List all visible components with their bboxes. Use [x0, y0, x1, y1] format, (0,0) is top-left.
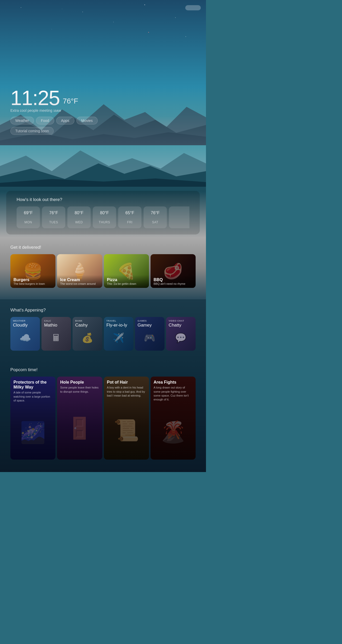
pill-movies[interactable]: Movies — [76, 117, 98, 124]
pill-weather[interactable]: Weather — [10, 117, 34, 124]
weather-card[interactable]: 76°F SAT — [144, 206, 167, 228]
app-card-cloudly[interactable]: WEATHER Cloudly ☁️ — [10, 317, 40, 351]
weather-card[interactable] — [169, 206, 189, 228]
movie-cards-container: Protectors of the Milky Way A tale of so… — [10, 377, 196, 460]
weather-card[interactable]: 65°F FRI — [118, 206, 141, 228]
tutorial-pill[interactable]: Tutorial coming soon — [10, 127, 54, 135]
app-card-cashy[interactable]: BANK Cashy 💰 — [73, 317, 102, 351]
weather-cards-container: 69°F MON 76°F TUES 80°F WED 80°F THURS 6… — [17, 206, 189, 228]
food-card-bbq[interactable]: 🥩 BBQ BBQ ain't need no rhyme — [151, 254, 196, 288]
mountain-svg — [0, 94, 206, 145]
event-display: Extra cool people meeting 10AM — [10, 108, 196, 113]
weather-card[interactable]: 76°F TUES — [42, 206, 65, 228]
food-section-title: Get it delivered! — [10, 245, 196, 250]
movie-card-milkyway[interactable]: Protectors of the Milky Way A tale of so… — [10, 377, 55, 460]
app-card-flyer[interactable]: TRAVEL Fly-er-io-ly ✈️ — [104, 317, 133, 351]
mountain-mid-svg — [0, 145, 206, 187]
filter-pills: Weather Food Apps Movies — [10, 117, 196, 124]
movie-card-hole[interactable]: Hole People Some people leave their hole… — [57, 377, 102, 460]
food-cards-container: 🍔 Burgers The best burgers in town 🍦 Ice… — [10, 254, 196, 288]
clock-display: 11:25 — [10, 88, 60, 108]
food-card-icecream[interactable]: 🍦 Ice Cream The worst ice-cream around — [57, 254, 102, 288]
movie-card-fights[interactable]: Area Fights A long drawn out story of so… — [151, 377, 196, 460]
weather-card[interactable]: 80°F THURS — [93, 206, 116, 228]
app-cards-container: WEATHER Cloudly ☁️ CALC Mathio 🖩 BANK Ca… — [10, 317, 196, 351]
weather-section-title: How's it look out there? — [17, 197, 189, 202]
food-card-burgers[interactable]: 🍔 Burgers The best burgers in town — [10, 254, 55, 288]
pill-food[interactable]: Food — [36, 117, 54, 124]
app-card-gamey[interactable]: GAMES Gamey 🎮 — [135, 317, 165, 351]
app-card-chatty[interactable]: VIDEO CHAT Chatty 💬 — [166, 317, 196, 351]
app-card-mathio[interactable]: CALC Mathio 🖩 — [41, 317, 71, 351]
food-card-pizza[interactable]: 🍕 Pizza This 'Za be gettin down — [104, 254, 149, 288]
weather-card[interactable]: 69°F MON — [17, 206, 40, 228]
lock-indicator — [185, 5, 201, 10]
movies-section-title: Popcorn time! — [10, 367, 196, 372]
weather-card[interactable]: 80°F WED — [67, 206, 91, 228]
pill-apps[interactable]: Apps — [56, 117, 74, 124]
temperature-display: 76°F — [63, 97, 78, 105]
apps-section-title: What's Appening? — [10, 308, 196, 313]
movie-card-pothair[interactable]: Pot of Hair A boy with a dent in his hea… — [104, 377, 149, 460]
